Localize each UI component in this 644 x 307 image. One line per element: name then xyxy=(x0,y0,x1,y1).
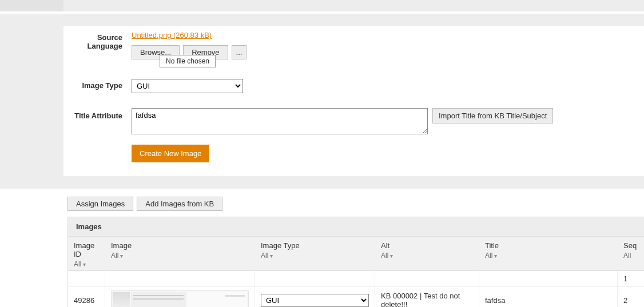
label-source-language: Source Language xyxy=(63,31,127,50)
table-row: 1 xyxy=(68,271,644,287)
images-panel: Images Image ID All▾ Image All▾ Image Ty… xyxy=(67,217,644,307)
action-row: Assign Images Add Images from KB xyxy=(67,189,644,217)
chevron-down-icon: ▾ xyxy=(494,253,497,259)
cell-type: GUI xyxy=(255,287,375,307)
col-header-alt: Alt All▾ xyxy=(375,237,479,270)
top-bar xyxy=(0,0,644,11)
form-section: Source Language Untitled.png (260.83 kB)… xyxy=(0,26,644,176)
label-image-type: Image Type xyxy=(63,79,127,90)
label-title-attribute: Title Attribute xyxy=(63,108,127,120)
filter-alt[interactable]: All▾ xyxy=(381,252,393,260)
cell-id: 49286 xyxy=(68,287,105,307)
cell-seq: 1 xyxy=(617,271,644,286)
top-bar-left xyxy=(0,0,63,11)
images-panel-header: Images xyxy=(68,217,644,237)
row-create: Create New Image xyxy=(63,145,644,162)
chevron-down-icon: ▾ xyxy=(83,261,86,268)
col-header-title: Title All▾ xyxy=(479,237,617,270)
cell-title xyxy=(479,271,617,286)
assign-images-button[interactable]: Assign Images xyxy=(67,197,133,211)
file-link[interactable]: Untitled.png (260.83 kB) xyxy=(132,31,212,39)
cell-title: fafdsa xyxy=(479,287,617,307)
col-header-type: Image Type All▾ xyxy=(255,237,375,270)
chevron-down-icon: ▾ xyxy=(120,253,123,259)
add-images-from-kb-button[interactable]: Add Images from KB xyxy=(137,197,222,211)
col-header-seq: Seq All xyxy=(617,237,644,270)
table-body: 1 49286 GUI xyxy=(68,271,644,307)
lower-section: Assign Images Add Images from KB Images … xyxy=(0,189,644,307)
row-source-language: Source Language Untitled.png (260.83 kB)… xyxy=(63,31,644,59)
cell-seq: 2 xyxy=(617,287,644,307)
cell-type xyxy=(255,271,375,286)
import-title-button[interactable]: Import Title from KB Title/Subject xyxy=(432,108,553,123)
cell-image xyxy=(105,271,255,286)
section-gap xyxy=(0,176,644,189)
filter-id[interactable]: All▾ xyxy=(74,260,86,268)
title-attribute-textarea[interactable] xyxy=(132,108,428,134)
cell-image[interactable] xyxy=(105,287,255,307)
create-new-image-button[interactable]: Create New Image xyxy=(132,145,209,162)
filter-image[interactable]: All▾ xyxy=(111,252,123,260)
more-button[interactable]: ... xyxy=(232,45,247,59)
chevron-down-icon: ▾ xyxy=(270,253,273,259)
lower-sidebar xyxy=(0,189,67,307)
file-tooltip: No file chosen xyxy=(160,55,216,67)
cell-alt: KB 000002 | Test do not delete!!! xyxy=(375,287,479,307)
col-header-image: Image All▾ xyxy=(105,237,255,270)
table-row: 49286 GUI KB 000002 | Test do not d xyxy=(68,287,644,307)
form-sidebar xyxy=(0,26,63,176)
cell-id xyxy=(68,271,105,286)
row-image-type: Image Type GUI xyxy=(63,79,644,93)
cell-alt xyxy=(375,271,479,286)
spacer xyxy=(0,14,644,26)
filter-type[interactable]: All▾ xyxy=(261,252,273,260)
chevron-down-icon: ▾ xyxy=(390,253,393,259)
filter-title[interactable]: All▾ xyxy=(485,252,497,260)
table-head: Image ID All▾ Image All▾ Image Type All▾… xyxy=(68,237,644,271)
row-image-type-select[interactable]: GUI xyxy=(261,294,369,307)
row-title-attribute: Title Attribute Import Title from KB Tit… xyxy=(63,108,644,134)
col-header-id: Image ID All▾ xyxy=(68,237,105,270)
image-thumbnail[interactable] xyxy=(111,290,249,307)
filter-seq[interactable]: All xyxy=(623,252,631,260)
image-type-select[interactable]: GUI xyxy=(132,79,243,93)
